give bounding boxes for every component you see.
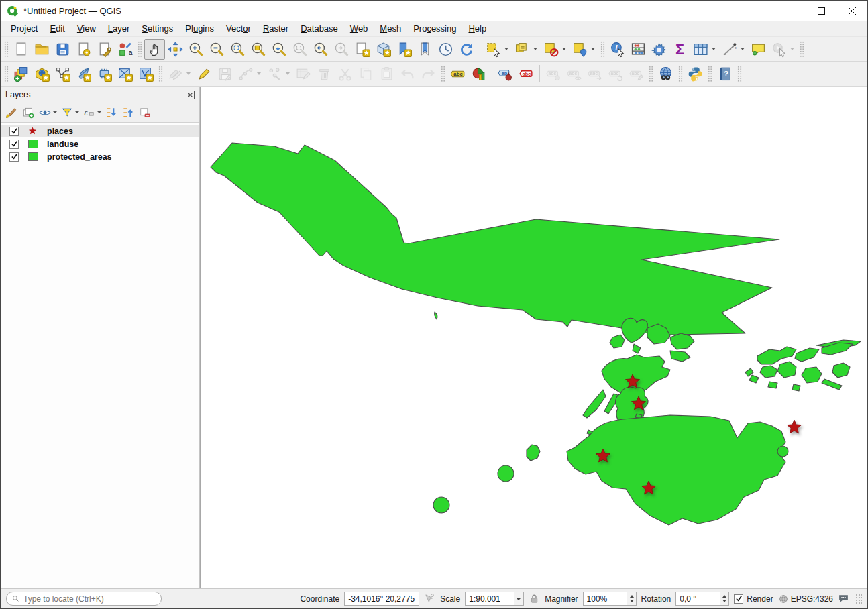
show-unplaced-labels-button[interactable]: abc bbox=[516, 64, 537, 85]
menu-layer[interactable]: Layer bbox=[102, 22, 136, 35]
new-mesh-layer-button[interactable] bbox=[115, 64, 135, 85]
menu-database[interactable]: Database bbox=[294, 22, 344, 35]
chevron-down-icon[interactable] bbox=[533, 48, 537, 50]
manage-map-themes-button[interactable] bbox=[38, 105, 58, 120]
map-tips-button[interactable] bbox=[748, 39, 769, 60]
toolbar-grip[interactable] bbox=[4, 66, 9, 82]
show-layout-manager-button[interactable] bbox=[94, 39, 115, 60]
filter-legend-by-expression-button[interactable]: ε bbox=[82, 105, 102, 120]
menu-processing[interactable]: Processing bbox=[407, 22, 462, 35]
chevron-down-icon[interactable] bbox=[504, 48, 508, 50]
chevron-down-icon[interactable] bbox=[712, 48, 716, 50]
zoom-last-button[interactable] bbox=[311, 39, 331, 60]
toolbar-grip[interactable] bbox=[4, 41, 9, 57]
maximize-button[interactable] bbox=[806, 1, 836, 21]
select-by-location-button[interactable] bbox=[569, 39, 598, 60]
python-console-button[interactable] bbox=[685, 64, 706, 85]
layer-visibility-checkbox[interactable] bbox=[9, 127, 19, 136]
toolbar-grip[interactable] bbox=[138, 41, 142, 57]
new-geopackage-layer-button[interactable] bbox=[32, 64, 52, 85]
save-project-button[interactable] bbox=[52, 39, 73, 60]
remove-layer-button[interactable] bbox=[138, 105, 152, 120]
scale-combobox[interactable] bbox=[465, 592, 524, 606]
open-field-calculator-button[interactable] bbox=[628, 39, 649, 60]
metasearch-button[interactable] bbox=[655, 64, 676, 85]
toolbar-grip[interactable] bbox=[708, 66, 712, 82]
open-data-source-manager-button[interactable] bbox=[11, 64, 32, 85]
zoom-in-button[interactable] bbox=[186, 39, 207, 60]
chevron-down-icon[interactable] bbox=[97, 111, 101, 113]
rotation-input[interactable] bbox=[676, 594, 720, 604]
new-print-layout-button[interactable] bbox=[73, 39, 94, 60]
layer-labeling-options-button[interactable]: abc bbox=[447, 64, 468, 85]
magnifier-spin-buttons[interactable] bbox=[627, 592, 635, 605]
pan-to-selection-button[interactable] bbox=[165, 39, 186, 60]
menu-settings[interactable]: Settings bbox=[135, 22, 179, 35]
menu-plugins[interactable]: Plugins bbox=[179, 22, 220, 35]
lock-scale-button[interactable] bbox=[529, 593, 540, 604]
chevron-down-icon[interactable] bbox=[741, 48, 745, 50]
show-spatial-bookmarks-button[interactable] bbox=[415, 39, 435, 60]
extents-toggle-button[interactable] bbox=[424, 593, 435, 604]
collapse-all-button[interactable] bbox=[121, 105, 135, 120]
render-checkbox[interactable]: Render bbox=[734, 594, 773, 604]
chevron-down-icon[interactable] bbox=[257, 72, 261, 75]
open-layer-styling-button[interactable] bbox=[4, 105, 19, 120]
chevron-down-icon[interactable] bbox=[591, 48, 595, 50]
zoom-to-selection-button[interactable] bbox=[248, 39, 269, 60]
menu-raster[interactable]: Raster bbox=[257, 22, 294, 35]
scale-input[interactable] bbox=[466, 594, 513, 604]
render-checkbox-box[interactable] bbox=[734, 594, 743, 604]
deselect-features-button[interactable] bbox=[541, 39, 569, 60]
crs-status-button[interactable]: EPSG:4326 bbox=[778, 594, 833, 604]
rotation-spinbox[interactable] bbox=[675, 592, 729, 606]
new-3d-map-view-button[interactable] bbox=[373, 39, 394, 60]
magnifier-spinbox[interactable] bbox=[583, 592, 637, 606]
identify-features-button[interactable]: i bbox=[607, 39, 628, 60]
toolbar-grip[interactable] bbox=[600, 41, 605, 57]
statistical-summary-button[interactable]: Σ bbox=[669, 39, 690, 60]
filter-legend-button[interactable] bbox=[60, 105, 80, 120]
processing-toolbox-button[interactable] bbox=[649, 39, 669, 60]
locator-search[interactable] bbox=[6, 592, 162, 606]
close-button[interactable] bbox=[836, 1, 867, 21]
temporal-controller-button[interactable] bbox=[435, 39, 456, 60]
toolbar-grip[interactable] bbox=[678, 66, 683, 82]
map-canvas[interactable] bbox=[200, 87, 867, 588]
layer-diagram-options-button[interactable] bbox=[468, 64, 489, 85]
new-spatial-bookmark-button[interactable] bbox=[394, 39, 415, 60]
open-attribute-table-button[interactable] bbox=[690, 39, 719, 60]
zoom-out-button[interactable] bbox=[207, 39, 227, 60]
chevron-down-icon[interactable] bbox=[186, 72, 191, 75]
toolbar-grip[interactable] bbox=[649, 66, 653, 82]
menu-help[interactable]: Help bbox=[462, 22, 492, 35]
toggle-editing-button[interactable] bbox=[194, 64, 215, 85]
magnifier-input[interactable] bbox=[584, 594, 627, 604]
new-project-button[interactable] bbox=[11, 39, 32, 60]
add-group-button[interactable] bbox=[21, 105, 36, 120]
toolbar-grip[interactable] bbox=[737, 66, 742, 82]
coordinate-field[interactable] bbox=[344, 592, 419, 606]
new-map-view-button[interactable] bbox=[352, 39, 373, 60]
menu-project[interactable]: Project bbox=[5, 22, 44, 35]
select-features-by-value-button[interactable] bbox=[512, 39, 541, 60]
layer-item-landuse[interactable]: landuse bbox=[1, 137, 199, 150]
chevron-down-icon[interactable] bbox=[562, 48, 566, 50]
help-button[interactable]: ? bbox=[714, 64, 735, 85]
locator-input[interactable] bbox=[23, 594, 156, 604]
new-shapefile-layer-button[interactable] bbox=[52, 64, 73, 85]
layer-visibility-checkbox[interactable] bbox=[9, 140, 19, 149]
chevron-down-icon[interactable] bbox=[53, 111, 57, 113]
chevron-down-icon[interactable] bbox=[790, 48, 794, 50]
rotation-spin-buttons[interactable] bbox=[720, 592, 728, 605]
scale-dropdown-button[interactable] bbox=[514, 592, 524, 605]
new-gpx-layer-button[interactable] bbox=[135, 64, 156, 85]
menu-edit[interactable]: Edit bbox=[44, 22, 70, 35]
layer-item-protected_areas[interactable]: protected_areas bbox=[1, 150, 199, 163]
toolbar-grip[interactable] bbox=[441, 66, 445, 82]
coordinate-input[interactable] bbox=[345, 594, 419, 604]
layer-item-places[interactable]: places bbox=[1, 125, 199, 137]
toolbar-grip[interactable] bbox=[158, 66, 163, 82]
menu-vector[interactable]: Vector bbox=[220, 22, 257, 35]
measure-line-button[interactable]: ° bbox=[719, 39, 748, 60]
